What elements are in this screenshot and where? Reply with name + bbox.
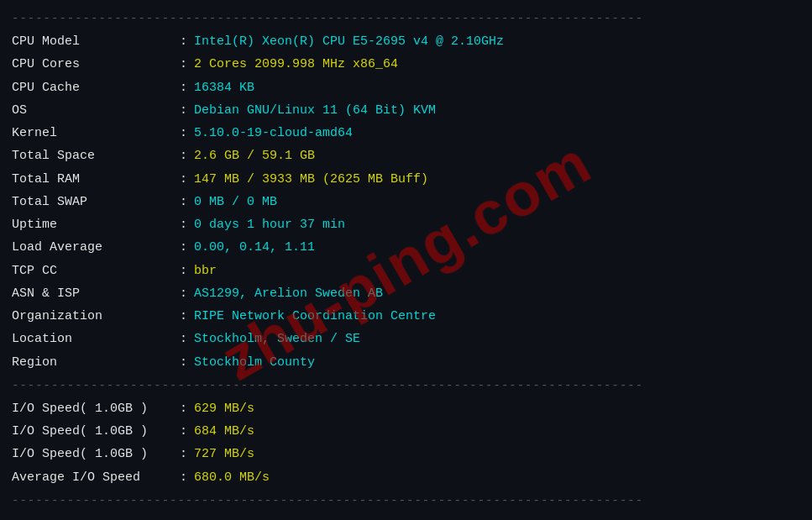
colon-separator: : bbox=[180, 329, 187, 349]
io-label: I/O Speed( 1.0GB ) bbox=[12, 444, 180, 464]
system-row: Organization : RIPE Network Coordination… bbox=[12, 305, 800, 328]
io-label: I/O Speed( 1.0GB ) bbox=[12, 422, 180, 441]
colon-separator: : bbox=[180, 307, 187, 326]
middle-divider: ----------------------------------------… bbox=[12, 379, 800, 392]
io-label: I/O Speed( 1.0GB ) bbox=[12, 399, 180, 418]
system-row: Load Average : 0.00, 0.14, 1.11 bbox=[12, 236, 800, 259]
main-container: ----------------------------------------… bbox=[0, 12, 812, 507]
system-label: Load Average bbox=[12, 238, 180, 257]
system-label: Total SWAP bbox=[12, 192, 180, 212]
system-label: Uptime bbox=[12, 215, 180, 234]
system-row: OS : Debian GNU/Linux 11 (64 Bit) KVM bbox=[12, 99, 800, 122]
system-value: Stockholm, Sweden / SE bbox=[194, 329, 360, 349]
colon-separator: : bbox=[180, 101, 187, 120]
system-value: 147 MB / 3933 MB (2625 MB Buff) bbox=[194, 170, 428, 189]
colon-separator: : bbox=[180, 399, 187, 418]
system-row: Kernel : 5.10.0-19-cloud-amd64 bbox=[12, 122, 800, 144]
system-label: Organization bbox=[12, 307, 180, 326]
colon-separator: : bbox=[180, 238, 187, 257]
colon-separator: : bbox=[180, 422, 187, 441]
colon-separator: : bbox=[180, 284, 187, 303]
system-value: RIPE Network Coordination Centre bbox=[194, 307, 436, 326]
system-row: CPU Model : Intel(R) Xeon(R) CPU E5-2695… bbox=[12, 30, 800, 53]
system-row: Total SWAP : 0 MB / 0 MB bbox=[12, 191, 800, 213]
system-row: Region : Stockholm County bbox=[12, 351, 800, 374]
colon-separator: : bbox=[180, 353, 187, 372]
system-label: Total RAM bbox=[12, 170, 180, 189]
top-divider: ----------------------------------------… bbox=[12, 12, 800, 25]
io-value: 680.0 MB/s bbox=[194, 468, 270, 487]
system-value: AS1299, Arelion Sweden AB bbox=[194, 284, 383, 303]
system-value: Debian GNU/Linux 11 (64 Bit) KVM bbox=[194, 101, 436, 120]
io-label: Average I/O Speed bbox=[12, 468, 180, 487]
system-row: TCP CC : bbr bbox=[12, 260, 800, 282]
colon-separator: : bbox=[180, 78, 187, 97]
io-row: Average I/O Speed : 680.0 MB/s bbox=[12, 466, 800, 489]
system-label: Kernel bbox=[12, 123, 180, 143]
io-value: 684 MB/s bbox=[194, 422, 254, 441]
system-value: Intel(R) Xeon(R) CPU E5-2695 v4 @ 2.10GH… bbox=[194, 32, 504, 51]
io-section: I/O Speed( 1.0GB ) : 629 MB/sI/O Speed( … bbox=[12, 397, 800, 489]
system-value: 0 MB / 0 MB bbox=[194, 192, 277, 212]
system-label: OS bbox=[12, 101, 180, 120]
colon-separator: : bbox=[180, 32, 187, 51]
system-row: ASN & ISP : AS1299, Arelion Sweden AB bbox=[12, 282, 800, 305]
system-row: CPU Cores : 2 Cores 2099.998 MHz x86_64 bbox=[12, 53, 800, 76]
bottom-divider: ----------------------------------------… bbox=[12, 494, 800, 507]
system-label: TCP CC bbox=[12, 261, 180, 281]
system-value: 5.10.0-19-cloud-amd64 bbox=[194, 123, 353, 143]
io-value: 727 MB/s bbox=[194, 444, 254, 464]
colon-separator: : bbox=[180, 215, 187, 234]
system-label: CPU Cache bbox=[12, 78, 180, 97]
io-row: I/O Speed( 1.0GB ) : 727 MB/s bbox=[12, 443, 800, 465]
io-row: I/O Speed( 1.0GB ) : 684 MB/s bbox=[12, 420, 800, 443]
colon-separator: : bbox=[180, 170, 187, 189]
system-value: 0.00, 0.14, 1.11 bbox=[194, 238, 315, 257]
colon-separator: : bbox=[180, 261, 187, 281]
system-value: 16384 KB bbox=[194, 78, 254, 97]
colon-separator: : bbox=[180, 444, 187, 464]
system-label: CPU Cores bbox=[12, 55, 180, 74]
system-label: Region bbox=[12, 353, 180, 372]
colon-separator: : bbox=[180, 123, 187, 143]
system-value: 2.6 GB / 59.1 GB bbox=[194, 146, 315, 165]
system-value: 0 days 1 hour 37 min bbox=[194, 215, 345, 234]
system-label: Total Space bbox=[12, 146, 180, 165]
colon-separator: : bbox=[180, 468, 187, 487]
system-row: Location : Stockholm, Sweden / SE bbox=[12, 328, 800, 350]
system-row: CPU Cache : 16384 KB bbox=[12, 76, 800, 99]
io-row: I/O Speed( 1.0GB ) : 629 MB/s bbox=[12, 397, 800, 420]
system-label: ASN & ISP bbox=[12, 284, 180, 303]
io-value: 629 MB/s bbox=[194, 399, 254, 418]
colon-separator: : bbox=[180, 192, 187, 212]
system-label: Location bbox=[12, 329, 180, 349]
system-value: Stockholm County bbox=[194, 353, 315, 372]
system-label: CPU Model bbox=[12, 32, 180, 51]
system-row: Total RAM : 147 MB / 3933 MB (2625 MB Bu… bbox=[12, 168, 800, 191]
colon-separator: : bbox=[180, 146, 187, 165]
system-value: 2 Cores 2099.998 MHz x86_64 bbox=[194, 55, 398, 74]
system-info-section: CPU Model : Intel(R) Xeon(R) CPU E5-2695… bbox=[12, 30, 800, 374]
system-row: Uptime : 0 days 1 hour 37 min bbox=[12, 213, 800, 236]
colon-separator: : bbox=[180, 55, 187, 74]
system-row: Total Space : 2.6 GB / 59.1 GB bbox=[12, 144, 800, 167]
system-value: bbr bbox=[194, 261, 217, 281]
